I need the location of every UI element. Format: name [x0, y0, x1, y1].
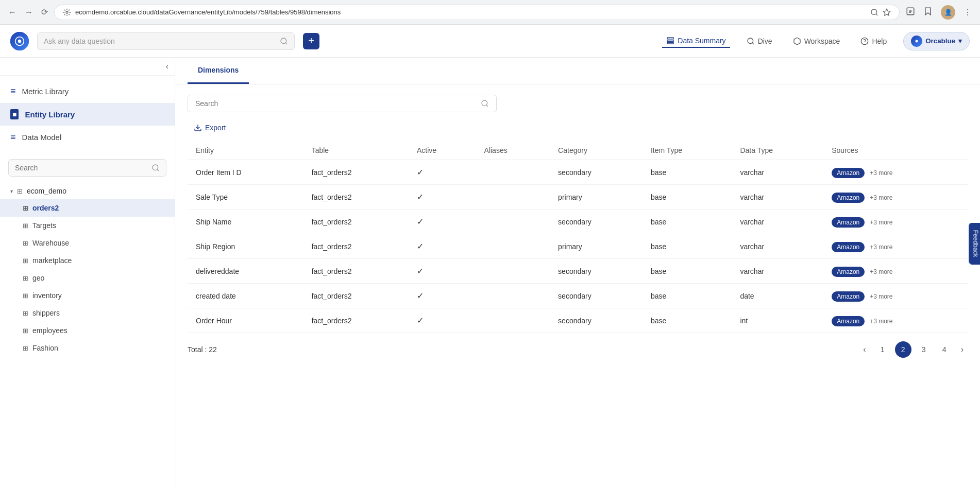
cell-aliases — [476, 234, 550, 259]
next-page-button[interactable]: › — [957, 343, 968, 356]
nav-dive[interactable]: Dive — [742, 35, 776, 47]
refresh-button[interactable]: ⟳ — [39, 5, 50, 19]
cell-entity: Order Item I D — [188, 160, 303, 185]
app-logo — [10, 32, 29, 50]
header-nav: Data Summary Dive Workspace Help Orcablu… — [662, 32, 970, 50]
svg-point-6 — [281, 38, 286, 44]
cell-table: fact_orders2 — [303, 284, 409, 308]
table-row[interactable]: Sale Type fact_orders2 ✓ primary base va… — [188, 185, 968, 210]
tree-item-geo[interactable]: ⊞ geo — [0, 269, 175, 287]
table-row[interactable]: Order Item I D fact_orders2 ✓ secondary … — [188, 160, 968, 185]
pagination-row: Total : 22 ‹ 1 2 3 4 › — [188, 333, 968, 366]
nav-help[interactable]: Help — [856, 35, 891, 47]
cell-item-type: base — [643, 210, 732, 234]
extensions-button[interactable] — [904, 5, 917, 20]
cell-sources: Amazon +3 more — [823, 284, 968, 308]
page-button-2[interactable]: 2 — [895, 341, 911, 358]
cell-data-type: varchar — [732, 210, 823, 234]
cell-data-type: varchar — [732, 259, 823, 284]
cell-data-type: int — [732, 308, 823, 333]
tree-item-icon-targets: ⊞ — [23, 222, 28, 230]
export-label: Export — [205, 124, 226, 132]
tree-item-label-shippers: shippers — [32, 309, 60, 317]
sidebar-search[interactable] — [0, 153, 175, 183]
sidebar-item-metric-library[interactable]: ≡ Metric Library — [0, 80, 175, 103]
tree-item-icon-warehouse: ⊞ — [23, 239, 28, 247]
tree-item-targets[interactable]: ⊞ Targets — [0, 217, 175, 234]
nav-workspace[interactable]: Workspace — [789, 35, 844, 47]
tree-item-inventory[interactable]: ⊞ inventory — [0, 287, 175, 304]
cell-sources: Amazon +3 more — [823, 259, 968, 284]
forward-button[interactable]: → — [23, 6, 35, 19]
table-row[interactable]: Ship Name fact_orders2 ✓ secondary base … — [188, 210, 968, 234]
entity-library-icon: ■ — [10, 109, 19, 119]
tree-item-icon-marketplace: ⊞ — [23, 257, 28, 265]
workspace-icon — [793, 37, 801, 45]
tree-item-label-warehouse: Warehouse — [32, 239, 69, 247]
page-button-4[interactable]: 4 — [936, 341, 953, 358]
cell-entity: delivereddate — [188, 259, 303, 284]
table-row[interactable]: Ship Region fact_orders2 ✓ primary base … — [188, 234, 968, 259]
tree-root-grid-icon: ⊞ — [17, 187, 23, 195]
sidebar-header: ‹ — [0, 58, 175, 76]
svg-rect-9 — [667, 42, 673, 44]
col-table: Table — [303, 141, 409, 160]
table-row[interactable]: delivereddate fact_orders2 ✓ secondary b… — [188, 259, 968, 284]
sidebar-collapse-button[interactable]: ‹ — [166, 62, 168, 71]
cell-active: ✓ — [409, 284, 476, 308]
tree-item-fashion[interactable]: ⊞ Fashion — [0, 339, 175, 357]
bookmark-button[interactable] — [921, 5, 935, 20]
cell-item-type: base — [643, 185, 732, 210]
profile-button[interactable]: 👤 — [939, 3, 957, 22]
svg-rect-7 — [667, 38, 673, 39]
brand-label: Orcablue — [925, 37, 955, 45]
sidebar-nav: ≡ Metric Library ■ Entity Library ≡ Data… — [0, 76, 175, 153]
nav-help-label: Help — [872, 37, 887, 45]
cell-aliases — [476, 185, 550, 210]
table-search-wrapper[interactable] — [188, 95, 497, 112]
app-header: Ask any data question + Data Summary Div… — [0, 25, 980, 58]
nav-data-summary[interactable]: Data Summary — [662, 34, 730, 48]
tree-root-ecom-demo[interactable]: ▾ ⊞ ecom_demo — [0, 183, 175, 199]
tree-item-warehouse[interactable]: ⊞ Warehouse — [0, 234, 175, 252]
sidebar-item-data-model[interactable]: ≡ Data Model — [0, 126, 175, 149]
tree-item-orders2[interactable]: ⊞ orders2 — [0, 199, 175, 217]
table-row[interactable]: Order Hour fact_orders2 ✓ secondary base… — [188, 308, 968, 333]
col-aliases: Aliases — [476, 141, 550, 160]
tree-item-marketplace[interactable]: ⊞ marketplace — [0, 252, 175, 269]
address-bar[interactable]: ecomdemo.orcablue.cloud/dataGovernance/e… — [54, 5, 900, 20]
cell-data-type: varchar — [732, 234, 823, 259]
tree-item-label-employees: employees — [32, 326, 67, 335]
sidebar-search-input-wrapper[interactable] — [8, 159, 166, 177]
orcablue-button[interactable]: Orcablue ▾ — [903, 32, 970, 50]
export-button[interactable]: Export — [188, 120, 232, 135]
tab-dimensions[interactable]: Dimensions — [188, 58, 249, 84]
cell-aliases — [476, 210, 550, 234]
tree-item-icon-employees: ⊞ — [23, 327, 28, 335]
add-button[interactable]: + — [303, 33, 319, 49]
menu-button[interactable]: ⋮ — [961, 5, 974, 19]
cell-entity: Ship Name — [188, 210, 303, 234]
tree-item-icon-geo: ⊞ — [23, 274, 28, 282]
feedback-tab[interactable]: Feedback — [969, 223, 980, 265]
sidebar-item-entity-library[interactable]: ■ Entity Library — [0, 103, 175, 126]
cell-entity: Ship Region — [188, 234, 303, 259]
tree-item-shippers[interactable]: ⊞ shippers — [0, 304, 175, 322]
cell-aliases — [476, 284, 550, 308]
global-search-bar[interactable]: Ask any data question — [37, 32, 295, 50]
metric-library-icon: ≡ — [10, 86, 16, 97]
back-button[interactable]: ← — [6, 6, 19, 19]
browser-bar: ← → ⟳ ecomdemo.orcablue.cloud/dataGovern… — [0, 0, 980, 25]
nav-workspace-label: Workspace — [804, 37, 840, 45]
export-row: Export — [188, 120, 968, 135]
table-search-input[interactable] — [195, 99, 477, 108]
page-button-1[interactable]: 1 — [874, 341, 891, 358]
page-button-3[interactable]: 3 — [916, 341, 932, 358]
tree-item-employees[interactable]: ⊞ employees — [0, 322, 175, 339]
table-row[interactable]: created date fact_orders2 ✓ secondary ba… — [188, 284, 968, 308]
prev-page-button[interactable]: ‹ — [859, 343, 870, 356]
help-icon — [860, 37, 869, 45]
sidebar-search-field[interactable] — [15, 164, 147, 172]
tree-section: ▾ ⊞ ecom_demo ⊞ orders2 ⊞ Targets ⊞ Ware… — [0, 183, 175, 487]
cell-item-type: base — [643, 308, 732, 333]
